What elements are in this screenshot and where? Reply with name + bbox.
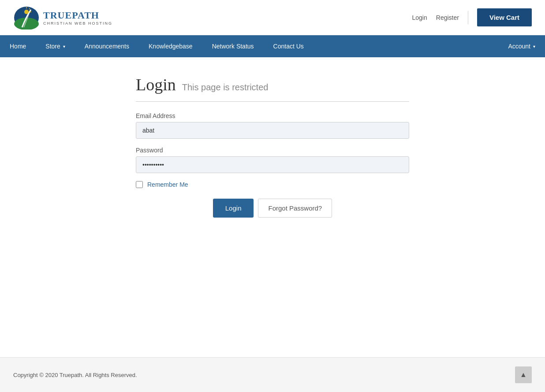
- nav-bar: Home Store ▾ Announcements Knowledgebase…: [0, 35, 545, 57]
- password-input[interactable]: [136, 156, 409, 173]
- nav-item-network-status[interactable]: Network Status: [202, 35, 264, 57]
- login-heading: Login This page is restricted: [136, 75, 409, 94]
- login-link[interactable]: Login: [412, 14, 427, 21]
- login-subtitle: This page is restricted: [182, 82, 269, 92]
- remember-me-group: Remember Me: [136, 181, 409, 188]
- view-cart-button[interactable]: View Cart: [477, 8, 532, 26]
- nav-item-home[interactable]: Home: [0, 35, 36, 57]
- remember-me-label[interactable]: Remember Me: [147, 181, 188, 188]
- nav-item-account[interactable]: Account ▾: [498, 35, 545, 57]
- logo[interactable]: TRUEPATH CHRISTIAN WEB HOSTING: [13, 5, 112, 30]
- scroll-to-top-button[interactable]: ▲: [515, 366, 532, 383]
- logo-text: TRUEPATH CHRISTIAN WEB HOSTING: [43, 10, 112, 26]
- nav-item-announcements[interactable]: Announcements: [75, 35, 139, 57]
- password-form-group: Password: [136, 147, 409, 173]
- login-container: Login This page is restricted Email Addr…: [136, 75, 409, 331]
- email-input[interactable]: [136, 122, 409, 139]
- forgot-password-button[interactable]: Forgot Password?: [258, 199, 332, 218]
- login-title: Login: [136, 75, 176, 94]
- register-link[interactable]: Register: [436, 14, 459, 21]
- login-divider: [136, 101, 409, 102]
- nav-item-knowledgebase[interactable]: Knowledgebase: [139, 35, 202, 57]
- form-actions: Login Forgot Password?: [136, 199, 409, 218]
- top-actions: Login Register View Cart: [412, 8, 532, 26]
- footer-copyright: Copyright © 2020 Truepath. All Rights Re…: [13, 372, 137, 378]
- email-form-group: Email Address: [136, 112, 409, 139]
- brand-name: TRUEPATH: [43, 10, 112, 21]
- login-button[interactable]: Login: [213, 199, 254, 218]
- top-bar: TRUEPATH CHRISTIAN WEB HOSTING Login Reg…: [0, 0, 545, 35]
- main-content: Login This page is restricted Email Addr…: [0, 57, 545, 357]
- scroll-top-icon: ▲: [520, 371, 527, 379]
- nav-spacer: [314, 35, 499, 57]
- footer: Copyright © 2020 Truepath. All Rights Re…: [0, 357, 545, 392]
- account-chevron-icon: ▾: [533, 44, 535, 49]
- logo-icon: [13, 5, 40, 30]
- svg-point-2: [24, 10, 29, 14]
- brand-tagline: CHRISTIAN WEB HOSTING: [43, 21, 112, 26]
- nav-item-store[interactable]: Store ▾: [36, 35, 75, 57]
- password-label: Password: [136, 147, 409, 154]
- top-bar-divider: [468, 11, 468, 24]
- nav-item-contact-us[interactable]: Contact Us: [264, 35, 314, 57]
- store-chevron-icon: ▾: [63, 44, 65, 49]
- email-label: Email Address: [136, 112, 409, 119]
- remember-me-checkbox[interactable]: [136, 181, 143, 188]
